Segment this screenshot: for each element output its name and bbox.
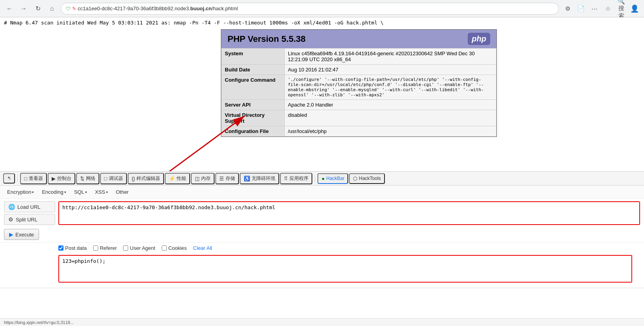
xss-label: XSS [95, 189, 105, 195]
cookies-label: Cookies [168, 245, 187, 251]
memory-icon: ◫ [195, 176, 200, 182]
tab-memory[interactable]: ◫ 内存 [191, 173, 215, 184]
menu-encoding[interactable]: Encoding ▾ [39, 188, 69, 196]
devtools-cursor-btn[interactable]: ↰ [3, 173, 15, 184]
tab-storage[interactable]: ☰ 存储 [215, 173, 239, 184]
tab-inspector[interactable]: □ 查看器 [20, 173, 47, 184]
encryption-label: Encryption [7, 189, 31, 195]
split-url-button[interactable]: ⚙ Split URL [4, 214, 55, 225]
php-header: PHP Version 5.5.38 php [221, 30, 497, 48]
home-button[interactable]: ⌂ [47, 3, 58, 14]
tab-hacktools[interactable]: ⬡ HackTools [349, 173, 385, 184]
table-cell-value: './configure' '--with-config-file-path=/… [285, 75, 497, 100]
tab-console[interactable]: ▶ 控制台 [48, 173, 75, 184]
debugger-icon: □ [104, 176, 107, 182]
other-label: Other [116, 189, 129, 195]
accessibility-icon: ♿ [244, 176, 250, 182]
debugger-label: 调试器 [109, 175, 123, 182]
tab-hackbar[interactable]: ● HackBar [317, 173, 348, 184]
application-label: 应用程序 [289, 175, 308, 182]
table-row: System Linux c45f8ea694fb 4.19.164-04191… [222, 49, 497, 65]
referer-checkbox-label[interactable]: Referer [93, 245, 117, 251]
back-button[interactable]: ← [4, 3, 15, 14]
execute-button[interactable]: ▶ Execute [4, 229, 39, 240]
hackbar-postdata-container [0, 253, 644, 288]
tab-accessibility[interactable]: ♿ 无障碍环境 [240, 173, 279, 184]
status-bar: https://bing.xjqin.net/#v=gu:0,3118... [0, 318, 644, 326]
table-cell-value: Linux c45f8ea694fb 4.19.164-0419164-gene… [285, 49, 497, 65]
menu-sql[interactable]: SQL ▾ [71, 188, 90, 196]
table-cell-value: Apache 2.0 Handler [285, 100, 497, 110]
inspector-icon: □ [24, 176, 27, 182]
tab-performance[interactable]: ⚡ 性能 [165, 173, 190, 184]
encryption-arrow: ▾ [32, 190, 34, 194]
hackbar-label: HackBar [326, 176, 344, 181]
search-button[interactable]: 🔍 搜索 [616, 3, 627, 14]
referer-label: Referer [100, 245, 117, 251]
style-editor-label: 样式编辑器 [136, 175, 160, 182]
network-icon: ⇅ [80, 176, 84, 182]
sql-label: SQL [74, 189, 84, 195]
bookmark-button[interactable]: ☆ [602, 3, 613, 14]
reader-button[interactable]: 📄 [575, 3, 586, 14]
extensions-button[interactable]: ⚙ [562, 3, 573, 14]
table-row: Configure Command './configure' '--with-… [222, 75, 497, 100]
cookies-checkbox[interactable] [162, 245, 167, 251]
xss-arrow: ▾ [106, 190, 108, 194]
secure-icon: 🛡 [66, 6, 71, 11]
load-url-button[interactable]: 🌐 Load URL [4, 201, 55, 212]
tab-application[interactable]: ⠿ 应用程序 [280, 173, 312, 184]
inspector-label: 查看器 [29, 175, 43, 182]
tab-debugger[interactable]: □ 调试器 [100, 173, 127, 184]
hacktools-icon: ⬡ [353, 176, 357, 182]
profile-button[interactable]: 👤 [629, 3, 640, 14]
sql-arrow: ▾ [85, 190, 87, 194]
cookies-checkbox-label[interactable]: Cookies [162, 245, 187, 251]
php-info-table: System Linux c45f8ea694fb 4.19.164-04191… [221, 48, 497, 137]
url-bold: buuoj.cn [190, 6, 212, 11]
postdata-checkbox[interactable] [58, 245, 63, 251]
storage-label: 存储 [226, 175, 235, 182]
forward-button[interactable]: → [18, 3, 29, 14]
table-cell-label: Virtual Directory Support [222, 110, 285, 126]
menu-encryption[interactable]: Encryption ▾ [4, 188, 37, 196]
url-input[interactable] [59, 202, 639, 224]
menu-xss[interactable]: XSS ▾ [92, 188, 111, 196]
table-row: Configuration File /usr/local/etc/php [222, 126, 497, 137]
php-info-panel: PHP Version 5.5.38 php System Linux c45f… [221, 29, 497, 137]
referer-checkbox[interactable] [93, 245, 98, 251]
execute-icon: ▶ [9, 231, 13, 238]
tab-network[interactable]: ⇅ 网络 [76, 173, 99, 184]
load-url-icon: 🌐 [8, 204, 15, 210]
table-cell-value: disabled [285, 110, 497, 126]
split-url-icon: ⚙ [8, 216, 13, 223]
table-row: Build Date Aug 10 2016 21:02:47 [222, 65, 497, 75]
performance-icon: ⚡ [169, 176, 175, 182]
postdata-checkbox-label[interactable]: Post data [58, 245, 87, 251]
encoding-arrow: ▾ [64, 190, 66, 194]
table-row: Server API Apache 2.0 Handler [222, 100, 497, 110]
console-icon: ▶ [52, 176, 56, 182]
table-cell-label: System [222, 49, 285, 65]
clear-all-button[interactable]: Clear All [193, 245, 212, 251]
address-bar[interactable]: 🛡 ✎ cc1a1ee0-dc8c-4217-9a70-36a6f3b8bb92… [61, 3, 559, 15]
table-row: Virtual Directory Support disabled [222, 110, 497, 126]
tab-style-editor[interactable]: {} 样式编辑器 [128, 173, 164, 184]
post-data-input[interactable] [58, 255, 632, 283]
hackbar-execute-row: ▶ Execute [0, 227, 644, 242]
load-url-label: Load URL [17, 204, 41, 210]
menu-other[interactable]: Other [113, 188, 132, 196]
more-button[interactable]: ⋯ [589, 3, 600, 14]
toolbar-separator [17, 174, 18, 182]
url-input-container [58, 201, 640, 225]
useragent-checkbox-label[interactable]: User Agent [123, 245, 155, 251]
useragent-checkbox[interactable] [123, 245, 128, 251]
toolbar-icons: ⚙ 📄 ⋯ ☆ 🔍 搜索 👤 [562, 3, 640, 14]
performance-label: 性能 [177, 175, 186, 182]
storage-icon: ☰ [219, 176, 224, 182]
hackbar-icon: ● [321, 176, 325, 182]
accessibility-label: 无障碍环境 [252, 175, 275, 182]
execute-label: Execute [15, 232, 34, 238]
hackbar-checkboxes-row: Post data Referer User Agent Cookies Cle… [0, 242, 644, 253]
reload-button[interactable]: ↻ [32, 3, 43, 14]
